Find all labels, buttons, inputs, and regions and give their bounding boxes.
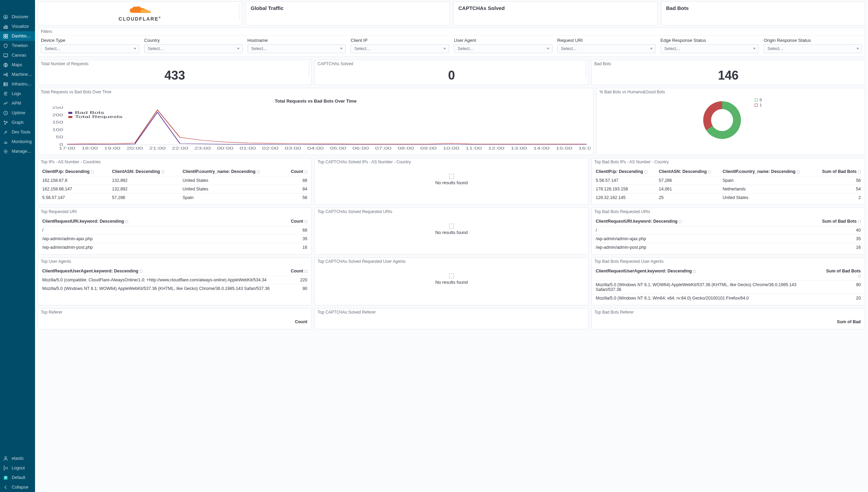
table-badbot-ua[interactable]: ClientRequestUserAgent.keyword: Descendi… xyxy=(594,267,862,302)
sidebar-item-dev-tools[interactable]: Dev Tools xyxy=(0,127,35,137)
table-row[interactable]: /wp-admin/admin-ajax.php35 xyxy=(594,235,862,243)
sort-handle-icon[interactable] xyxy=(644,171,647,173)
table-row[interactable]: /68 xyxy=(41,226,309,235)
column-header[interactable]: ClientIP.country_name: Descending xyxy=(721,167,814,176)
column-header[interactable]: ClientRequestURI.keyword: Descending xyxy=(41,217,261,226)
sidebar-item-canvas[interactable]: Canvas xyxy=(0,50,35,60)
table-row[interactable]: Mozilla/5.0 (compatible; CloudFlare-Alwa… xyxy=(41,276,309,284)
sidebar-item-discover[interactable]: Discover xyxy=(0,12,35,22)
sort-handle-icon[interactable] xyxy=(858,220,861,223)
sidebar-item-monitoring[interactable]: Monitoring xyxy=(0,137,35,147)
table-cell: 57,286 xyxy=(111,194,181,202)
sort-handle-icon[interactable] xyxy=(161,171,164,173)
table-cell: 25 xyxy=(658,194,721,202)
filter-select[interactable]: Select... xyxy=(144,44,243,53)
filter-select[interactable]: Select... xyxy=(454,44,552,53)
column-header[interactable]: ClientRequestURI.keyword: Descending xyxy=(594,217,777,226)
column-header[interactable]: ClientRequestUserAgent.keyword: Descendi… xyxy=(594,267,821,281)
table-badbot-referer[interactable]: Sum of Bad xyxy=(594,317,862,326)
filter-select[interactable]: Select... xyxy=(248,44,346,53)
filter-select[interactable]: Select... xyxy=(41,44,139,53)
sort-handle-icon[interactable] xyxy=(257,171,260,173)
sort-handle-icon[interactable] xyxy=(797,171,800,173)
sidebar-footer-default[interactable]: DDefault xyxy=(0,473,35,482)
sort-handle-icon[interactable] xyxy=(708,171,711,173)
table-row[interactable]: 5.56.57.14757,286Spain56 xyxy=(41,194,309,202)
sidebar-item-management[interactable]: Management xyxy=(0,147,35,156)
tables-row-ua: Top User Agents ClientRequestUserAgent.k… xyxy=(38,257,865,305)
sidebar-item-uptime[interactable]: Uptime xyxy=(0,108,35,118)
table-row[interactable]: 162.158.67.8132,892United States88 xyxy=(41,176,309,185)
table-row[interactable]: 128.32.162.14525United States2 xyxy=(594,194,862,202)
table-row[interactable]: Mozilla/5.0 (Windows NT 6.1; WOW64) Appl… xyxy=(594,281,862,294)
sidebar-item-apm[interactable]: APM xyxy=(0,98,35,108)
column-header[interactable]: ClientRequestUserAgent.keyword: Descendi… xyxy=(41,267,288,276)
sidebar-item-infrastructure[interactable]: Infrastructure xyxy=(0,79,35,89)
table-cell: 90 xyxy=(288,284,309,293)
sidebar-item-logs[interactable]: Logs xyxy=(0,89,35,98)
table-row[interactable]: /wp-admin/admin-ajax.php35 xyxy=(41,235,309,243)
table-ua[interactable]: ClientRequestUserAgent.keyword: Descendi… xyxy=(41,267,309,293)
sidebar-item-timelion[interactable]: Timelion xyxy=(0,41,35,50)
filter-select[interactable]: Select... xyxy=(764,44,862,53)
sort-handle-icon[interactable] xyxy=(91,171,94,173)
table-row[interactable]: 5.56.57.14757,286Spain56 xyxy=(594,176,862,185)
table-top-ips[interactable]: ClientIP.ip: DescendingClientASN: Descen… xyxy=(41,167,309,202)
table-row[interactable]: 162.158.68.147132,892United States84 xyxy=(41,185,309,194)
resize-handle-icon[interactable] xyxy=(239,4,240,20)
column-header[interactable]: Count xyxy=(261,217,309,226)
column-header[interactable]: ClientASN: Descending xyxy=(111,167,181,176)
svg-rect-5 xyxy=(6,34,8,36)
sidebar-footer: elasticLogoutDDefaultCollapse xyxy=(0,454,35,492)
column-header[interactable]: ClientIP.ip: Descending xyxy=(594,167,658,176)
table-row[interactable]: /wp-admin/admin-post.php16 xyxy=(594,243,862,252)
table-row[interactable]: 178.128.193.15814,061Netherlands54 xyxy=(594,185,862,194)
sidebar-footer-logout[interactable]: Logout xyxy=(0,463,35,473)
sidebar-footer-elastic[interactable]: elastic xyxy=(0,454,35,463)
sidebar-footer-collapse[interactable]: Collapse xyxy=(0,482,35,492)
sort-handle-icon[interactable] xyxy=(305,171,307,173)
filter-select[interactable]: Select... xyxy=(661,44,759,53)
column-header[interactable]: ClientIP.ip: Descending xyxy=(41,167,111,176)
table-row[interactable]: Mozilla/5.0 (Windows NT 6.1; Win64; x64;… xyxy=(594,294,862,303)
table-row[interactable]: /40 xyxy=(594,226,862,235)
sort-handle-icon[interactable] xyxy=(693,270,696,273)
sidebar-item-machine-le-[interactable]: Machine Le… xyxy=(0,70,35,79)
table-referer[interactable]: Count xyxy=(41,317,309,326)
sidebar-item-visualize[interactable]: Visualize xyxy=(0,22,35,31)
column-header[interactable]: ClientASN: Descending xyxy=(658,167,721,176)
table-badbot-ips[interactable]: ClientIP.ip: DescendingClientASN: Descen… xyxy=(594,167,862,202)
filter-select[interactable]: Select... xyxy=(351,44,449,53)
tab-global-traffic[interactable]: Global Traffic xyxy=(245,1,450,25)
sort-handle-icon[interactable] xyxy=(125,220,128,223)
table-row[interactable]: /wp-admin/admin-post.php16 xyxy=(41,243,309,252)
sort-handle-icon[interactable] xyxy=(140,270,142,273)
tab-captchas-solved[interactable]: CAPTCHAs Solved xyxy=(453,1,658,25)
table-req-uri[interactable]: ClientRequestURI.keyword: DescendingCoun… xyxy=(41,217,309,251)
resize-handle-icon[interactable] xyxy=(585,62,587,77)
filters-grid: Device TypeSelect...CountrySelect...Host… xyxy=(38,36,865,57)
sort-handle-icon[interactable] xyxy=(679,220,682,223)
tab-bad-bots[interactable]: Bad Bots xyxy=(661,1,865,25)
sort-handle-icon[interactable] xyxy=(858,275,861,278)
line-chart[interactable]: 05010015020025017:0018:0019:0020:0021:00… xyxy=(41,106,591,151)
filter-select[interactable]: Select... xyxy=(557,44,656,53)
table-row[interactable]: Mozilla/5.0 (Windows NT 6.1; WOW64) Appl… xyxy=(41,284,309,293)
svg-text:07:00: 07:00 xyxy=(375,147,392,150)
sort-handle-icon[interactable] xyxy=(305,270,307,273)
sidebar-item-maps[interactable]: Maps xyxy=(0,60,35,70)
column-header[interactable]: Count xyxy=(288,267,309,276)
column-header[interactable]: Sum of Bad Bots xyxy=(777,217,862,226)
resize-handle-icon[interactable] xyxy=(308,62,310,77)
sidebar-item-dashboard[interactable]: Dashboard xyxy=(0,31,35,41)
donut-chart[interactable] xyxy=(700,98,744,142)
sort-handle-icon[interactable] xyxy=(858,171,861,173)
column-header[interactable]: Count xyxy=(284,167,309,176)
filter-label: Country xyxy=(144,38,243,43)
sort-handle-icon[interactable] xyxy=(305,220,307,223)
column-header[interactable]: ClientIP.country_name: Descending xyxy=(181,167,284,176)
table-badbot-uri[interactable]: ClientRequestURI.keyword: DescendingSum … xyxy=(594,217,862,251)
sidebar-item-graph[interactable]: Graph xyxy=(0,118,35,127)
column-header[interactable]: Sum of Bad Bots xyxy=(814,167,862,176)
column-header[interactable]: Sum of Bad Bots xyxy=(821,267,862,281)
